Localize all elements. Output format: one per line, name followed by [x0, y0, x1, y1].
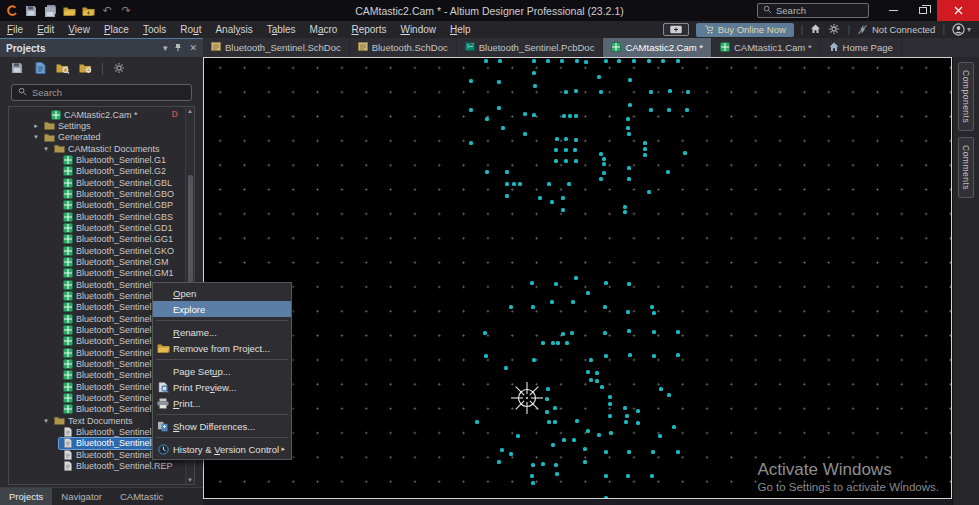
doc-tab-bluetooth-schdoc[interactable]: Bluetooth.SchDoc	[350, 38, 457, 57]
folder-search-button[interactable]	[56, 60, 70, 78]
compile-document-button[interactable]	[33, 60, 47, 78]
maximize-button[interactable]	[908, 0, 937, 21]
settings-button[interactable]	[112, 60, 126, 78]
tree-item-bluetooth-sentinel-gbo[interactable]: Bluetooth_Sentinel.GBO	[9, 188, 194, 199]
gear-icon[interactable]	[828, 23, 840, 37]
minimize-button[interactable]	[879, 0, 908, 21]
tree-item-label: CAMtastic! Documents	[68, 144, 160, 154]
connection-status[interactable]: Not Connected	[857, 24, 935, 35]
panel-close-icon[interactable]: ✕	[189, 43, 197, 53]
panel-tab-components[interactable]: Components	[958, 62, 974, 131]
altium-logo-icon[interactable]	[5, 4, 19, 18]
drill-hit-dot	[575, 419, 579, 423]
doc-tab-bluetooth-sentinel-pcbdoc[interactable]: Bluetooth_Sentinel.PcbDoc	[457, 38, 604, 57]
menu-tables[interactable]: Tables	[260, 24, 303, 35]
close-icon	[954, 6, 963, 15]
menu-item-explore[interactable]: Explore	[153, 301, 291, 317]
panel-dropdown-icon[interactable]: ▾	[163, 43, 168, 53]
folder-settings-icon	[79, 62, 93, 76]
doc-tab-bluetooth-sentinel-schdoc[interactable]: Bluetooth_Sentinel.SchDoc	[203, 38, 350, 57]
drill-hit-dot	[659, 387, 663, 391]
redo-icon[interactable]: ↷	[119, 4, 133, 18]
menu-item-remove-from-project[interactable]: Remove from Project...	[153, 340, 291, 356]
menu-item-print[interactable]: Print...	[153, 395, 291, 411]
save-icon[interactable]	[24, 4, 38, 18]
drill-hit-dot	[554, 159, 558, 163]
panel-tab-navigator[interactable]: Navigator	[52, 488, 111, 505]
buy-online-now-button[interactable]: Buy Online Now	[696, 23, 794, 37]
doc-tab-label: Home Page	[843, 42, 893, 53]
tree-item-bluetooth-sentinel-gbs[interactable]: Bluetooth_Sentinel.GBS	[9, 211, 194, 222]
menu-item-rename[interactable]: Rename...	[153, 324, 291, 340]
menu-help[interactable]: Help	[443, 24, 478, 35]
chevron-down-icon: ▾	[967, 25, 971, 34]
drill-hit-dot	[667, 393, 671, 397]
folder-settings-button[interactable]	[79, 60, 93, 78]
tree-item-bluetooth-sentinel-g1[interactable]: Bluetooth_Sentinel.G1	[9, 154, 194, 165]
doc-tab-camtastic1-cam[interactable]: CAMtastic1.Cam *	[712, 38, 821, 57]
doc-tab-camtastic2-cam[interactable]: CAMtastic2.Cam *	[603, 38, 712, 57]
watermark-line2: Go to Settings to activate Windows.	[757, 480, 939, 494]
menu-rout[interactable]: Rout	[173, 24, 208, 35]
menu-macro[interactable]: Macro	[303, 24, 345, 35]
tree-item-bluetooth-sentinel-gg1[interactable]: Bluetooth_Sentinel.GG1	[9, 234, 194, 245]
close-button[interactable]	[937, 0, 979, 21]
global-search-input[interactable]: Search	[757, 3, 869, 18]
tree-item-bluetooth-sentinel-gm1[interactable]: Bluetooth_Sentinel.GM1	[9, 268, 194, 279]
open-document-icon[interactable]	[62, 4, 76, 18]
altium-designer-window: ↶↷ CAMtastic2.Cam * - Altium Designer Pr…	[0, 0, 979, 505]
tree-item-bluetooth-sentinel-g2[interactable]: Bluetooth_Sentinel.G2	[9, 166, 194, 177]
save-all-icon[interactable]	[43, 4, 57, 18]
panel-tab-comments[interactable]: Comments	[958, 137, 974, 198]
menu-tools[interactable]: Tools	[136, 24, 173, 35]
tree-item-bluetooth-sentinel-gbl[interactable]: Bluetooth_Sentinel.GBL	[9, 177, 194, 188]
menu-place[interactable]: Place	[97, 24, 136, 35]
panel-tab-camtastic[interactable]: CAMtastic	[111, 488, 172, 505]
scroll-down-icon[interactable]: ▼	[187, 477, 193, 483]
tree-item-bluetooth-sentinel-rep[interactable]: Bluetooth_Sentinel.REP	[9, 460, 194, 471]
feedback-button[interactable]	[663, 23, 689, 36]
tree-item-settings[interactable]: ▸Settings	[9, 120, 194, 131]
tree-item-bluetooth-sentinel-gd1[interactable]: Bluetooth_Sentinel.GD1	[9, 222, 194, 233]
collapse-arrow-icon[interactable]: ▾	[31, 133, 41, 141]
camdoc-icon	[62, 155, 73, 165]
save-button[interactable]	[10, 60, 24, 78]
menu-reports[interactable]: Reports	[344, 24, 393, 35]
user-account-button[interactable]: ▾	[952, 23, 971, 36]
collapse-arrow-icon[interactable]: ▾	[41, 145, 51, 153]
menu-item-history-version-control[interactable]: History & Version Control▸	[153, 441, 291, 457]
menu-item-page-setup[interactable]: Page Setup...	[153, 363, 291, 379]
tree-item-bluetooth-sentinel-gko[interactable]: Bluetooth_Sentinel.GKO	[9, 245, 194, 256]
menu-item-open[interactable]: Open	[153, 285, 291, 301]
menu-window[interactable]: Window	[393, 24, 443, 35]
home-icon[interactable]	[810, 24, 821, 36]
tree-item-generated[interactable]: ▾Generated	[9, 132, 194, 143]
doc-tab-home-page[interactable]: Home Page	[821, 38, 902, 57]
drill-hit-dot	[676, 450, 680, 454]
drill-hit-dot	[469, 141, 473, 145]
open-project-icon[interactable]	[81, 4, 95, 18]
panel-tab-projects[interactable]: Projects	[0, 488, 52, 505]
scroll-up-icon[interactable]: ▲	[187, 108, 193, 114]
drill-hit-dot	[553, 406, 557, 410]
tree-item-bluetooth-sentinel-gm[interactable]: Bluetooth_Sentinel.GM	[9, 256, 194, 267]
expand-arrow-icon[interactable]: ▸	[31, 122, 41, 130]
pin-icon[interactable]	[174, 43, 182, 54]
tree-item-camtastic2-cam[interactable]: CAMtastic2.Cam *D	[9, 109, 194, 120]
cam-canvas[interactable]: Activate Windows Go to Settings to activ…	[203, 57, 952, 499]
undo-icon[interactable]: ↶	[100, 4, 114, 18]
drill-hit-dot	[483, 331, 487, 335]
tree-item-camtastic-documents[interactable]: ▾CAMtastic! Documents	[9, 143, 194, 154]
tree-item-bluetooth-sentinel-gbp[interactable]: Bluetooth_Sentinel.GBP	[9, 200, 194, 211]
drill-hit-dot	[650, 474, 654, 478]
menu-item-show-differences[interactable]: Show Differences...	[153, 418, 291, 434]
menu-file[interactable]: File	[0, 24, 30, 35]
menu-analysis[interactable]: Analysis	[208, 24, 259, 35]
menu-view[interactable]: View	[61, 24, 97, 35]
drill-hit-dot	[571, 300, 575, 304]
collapse-arrow-icon[interactable]: ▾	[41, 417, 51, 425]
menu-edit[interactable]: Edit	[30, 24, 61, 35]
avatar-icon	[952, 23, 965, 36]
projects-search-input[interactable]: Search	[11, 84, 192, 101]
menu-item-print-preview[interactable]: Print Preview...	[153, 379, 291, 395]
